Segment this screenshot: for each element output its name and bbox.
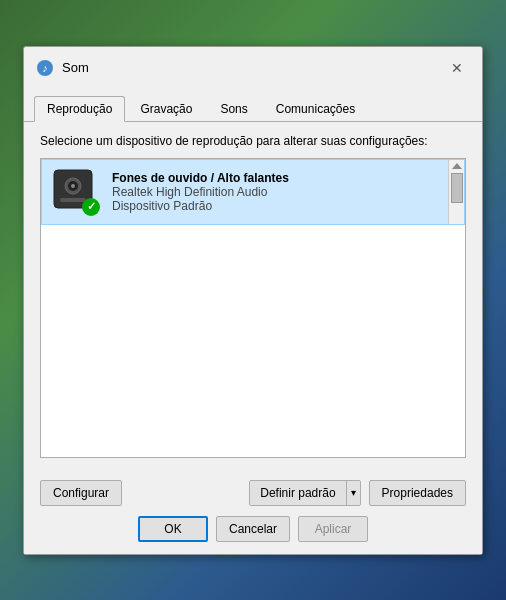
device-list[interactable]: ✓ Fones de ouvido / Alto falantes Realte… bbox=[40, 158, 466, 458]
definir-padrao-group[interactable]: Definir padrão ▾ bbox=[249, 480, 360, 506]
tab-comunicacoes[interactable]: Comunicações bbox=[263, 96, 368, 122]
window-title: Som bbox=[62, 60, 89, 75]
title-bar: ♪ Som ✕ bbox=[24, 47, 482, 89]
tab-gravacao[interactable]: Gravação bbox=[127, 96, 205, 122]
svg-rect-6 bbox=[60, 198, 86, 202]
device-driver: Realtek High Definition Audio bbox=[112, 185, 448, 199]
scroll-thumb[interactable] bbox=[451, 173, 463, 203]
tab-sons[interactable]: Sons bbox=[207, 96, 260, 122]
definir-padrao-dropdown[interactable]: ▾ bbox=[347, 481, 360, 505]
tab-reproducao[interactable]: Reprodução bbox=[34, 96, 125, 122]
tab-bar: Reprodução Gravação Sons Comunicações bbox=[24, 89, 482, 122]
propriedades-button[interactable]: Propriedades bbox=[369, 480, 466, 506]
footer-row1: Configurar Definir padrão ▾ Propriedades bbox=[40, 480, 466, 506]
device-icon-container: ✓ bbox=[52, 168, 100, 216]
footer-row2: OK Cancelar Aplicar bbox=[40, 516, 466, 542]
svg-point-5 bbox=[71, 184, 75, 188]
footer-buttons: Configurar Definir padrão ▾ Propriedades… bbox=[24, 470, 482, 554]
ok-button[interactable]: OK bbox=[138, 516, 208, 542]
aplicar-button[interactable]: Aplicar bbox=[298, 516, 368, 542]
content-description: Selecione um dispositivo de reprodução p… bbox=[40, 134, 466, 148]
title-bar-left: ♪ Som bbox=[36, 59, 89, 77]
window-icon: ♪ bbox=[36, 59, 54, 77]
cancelar-button[interactable]: Cancelar bbox=[216, 516, 290, 542]
close-button[interactable]: ✕ bbox=[444, 55, 470, 81]
scrollbar[interactable] bbox=[448, 160, 464, 224]
svg-text:♪: ♪ bbox=[42, 62, 48, 74]
scroll-up-arrow[interactable] bbox=[452, 163, 462, 169]
device-item[interactable]: ✓ Fones de ouvido / Alto falantes Realte… bbox=[41, 159, 465, 225]
sound-dialog: ♪ Som ✕ Reprodução Gravação Sons Comunic… bbox=[23, 46, 483, 555]
device-status: Dispositivo Padrão bbox=[112, 199, 448, 213]
content-area: Selecione um dispositivo de reprodução p… bbox=[24, 122, 482, 470]
device-info: Fones de ouvido / Alto falantes Realtek … bbox=[112, 171, 448, 213]
check-badge: ✓ bbox=[82, 198, 100, 216]
configurar-button[interactable]: Configurar bbox=[40, 480, 122, 506]
definir-padrao-button[interactable]: Definir padrão bbox=[250, 481, 346, 505]
device-name: Fones de ouvido / Alto falantes bbox=[112, 171, 448, 185]
